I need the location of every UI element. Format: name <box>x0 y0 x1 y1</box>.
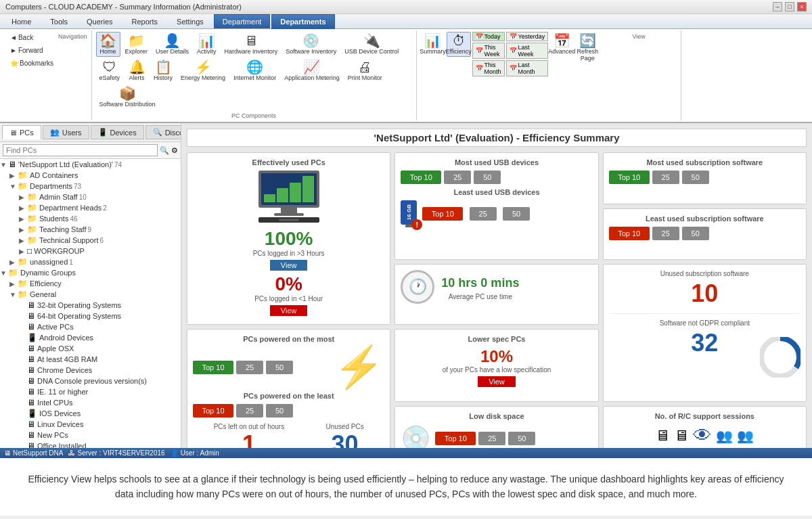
pcs-most-top10-btn[interactable]: Top 10 <box>193 361 233 374</box>
this-week-btn[interactable]: 📅 This Week <box>472 43 505 59</box>
app-metering-btn[interactable]: 📈 Application Metering <box>281 58 343 83</box>
maximize-button[interactable]: □ <box>785 2 794 12</box>
sub-most-50-btn[interactable]: 50 <box>682 171 709 184</box>
close-button[interactable]: × <box>797 2 807 12</box>
yesterday-btn[interactable]: 📅 Yesterday <box>506 32 549 41</box>
tab-settings[interactable]: Settings <box>168 14 212 28</box>
tree-item-office[interactable]: 🖥 Office Installed <box>0 441 181 448</box>
tree-root[interactable]: ▼ 🖥 'NetSupport Ltd (Evaluation)' 74 <box>0 159 181 170</box>
sidebar-tab-pcs[interactable]: 🖥 PCs <box>2 125 41 139</box>
tree-item-workgroup[interactable]: ▶ □ WORKGROUP <box>0 246 181 256</box>
sub-most-25-btn[interactable]: 25 <box>652 171 679 184</box>
pcs-least-top10-btn[interactable]: Top 10 <box>193 404 233 418</box>
tab-reports[interactable]: Reports <box>123 14 167 28</box>
pcs-most-25-btn[interactable]: 25 <box>236 361 263 374</box>
usb-least-25-btn[interactable]: 25 <box>470 207 497 221</box>
panel-sub-least: Least used subscription software Top 10 … <box>603 208 807 261</box>
tree-item-technical[interactable]: ▶ 📁 Technical Support 6 <box>0 235 181 246</box>
pcs-most-50-btn[interactable]: 50 <box>266 361 293 374</box>
tree-item-unassigned[interactable]: ▶ 📁 unassigned 1 <box>0 256 181 267</box>
search-icon[interactable]: 🔍 <box>160 146 169 155</box>
tree-item-dept-heads[interactable]: ▶ 📁 Department Heads 2 <box>0 202 181 213</box>
tab-tools[interactable]: Tools <box>41 14 76 28</box>
usb-most-top10-btn[interactable]: Top 10 <box>401 171 441 184</box>
pcs-least-25-btn[interactable]: 25 <box>236 404 263 418</box>
last-week-btn[interactable]: 📅 Last Week <box>506 43 549 59</box>
user-details-btn[interactable]: 👤 User Details <box>152 32 192 57</box>
tree-item-departments[interactable]: ▼ 📁 Departments 73 <box>0 181 181 191</box>
pcs-out-label: PCs left on out of hours <box>214 423 285 430</box>
tree-item-dynamic[interactable]: ▼ 📁 Dynamic Groups <box>0 267 181 278</box>
software-btn[interactable]: 💿 Software Inventory <box>282 32 340 57</box>
usb-least-50-btn[interactable]: 50 <box>503 207 530 221</box>
tree-item-general[interactable]: ▼ 📁 General <box>0 289 181 300</box>
tree-item-students[interactable]: ▶ 📁 Students 46 <box>0 213 181 224</box>
tree-item-intel[interactable]: 🖥 Intel CPUs <box>0 397 181 408</box>
sub-least-50-btn[interactable]: 50 <box>682 227 709 240</box>
tree-item-apple[interactable]: 🖥 Apple OSX <box>0 343 181 354</box>
search-options-icon[interactable]: ⚙ <box>171 146 178 155</box>
tab-queries[interactable]: Queries <box>78 14 122 28</box>
tree-item-active[interactable]: 🖥 Active PCs <box>0 321 181 332</box>
back-button[interactable]: ◄ Back <box>7 32 57 43</box>
teaching-count: 9 <box>88 226 92 233</box>
sub-least-top10-btn[interactable]: Top 10 <box>609 227 650 240</box>
alerts-btn[interactable]: 🔔 Alerts <box>125 58 149 83</box>
energy-btn[interactable]: ⚡ Energy Metering <box>177 58 229 83</box>
tree-item-linux[interactable]: 🖥 Linux Devices <box>0 419 181 430</box>
esafety-btn[interactable]: 🛡 eSafety <box>96 58 124 83</box>
disk-50-btn[interactable]: 50 <box>508 432 535 445</box>
advanced-btn[interactable]: 📅 Advanced <box>549 32 574 57</box>
refresh-btn[interactable]: 🔄 Refresh Page <box>575 32 600 64</box>
pcs-least-50-btn[interactable]: 50 <box>266 404 293 418</box>
software-dist-btn[interactable]: 📦 Software Distribution <box>96 85 159 110</box>
activity-btn[interactable]: 📊 Activity <box>194 32 220 57</box>
tree-item-chrome[interactable]: 🖥 Chrome Devices <box>0 365 181 376</box>
last-month-btn[interactable]: 📅 Last Month <box>506 60 549 76</box>
internet-btn[interactable]: 🌐 Internet Monitor <box>230 58 279 83</box>
disk-25-btn[interactable]: 25 <box>478 432 505 445</box>
tree-item-64bit[interactable]: 🖥 64-bit Operating Systems <box>0 311 181 321</box>
tree-item-dna[interactable]: 🖥 DNA Console previous version(s) <box>0 376 181 386</box>
tree-item-new-pcs[interactable]: 🖥 New PCs <box>0 430 181 441</box>
tree-item-efficiency[interactable]: ▶ 📁 Efficiency <box>0 278 181 289</box>
minimize-button[interactable]: – <box>773 2 782 12</box>
bookmarks-button[interactable]: ⭐ Bookmarks <box>7 58 57 69</box>
usb-device-btn[interactable]: 🔌 USB Device Control <box>341 32 402 57</box>
tree-item-ie[interactable]: 🖥 IE. 11 or higher <box>0 386 181 397</box>
view-btn-red[interactable]: View <box>270 305 308 316</box>
explorer-btn[interactable]: 📁 Explorer <box>122 32 152 57</box>
sub-least-25-btn[interactable]: 25 <box>652 227 679 240</box>
usb-most-25-btn[interactable]: 25 <box>444 171 471 184</box>
summary-btn[interactable]: 📊 Summary <box>421 32 445 57</box>
disk-top10-btn[interactable]: Top 10 <box>435 432 476 445</box>
usb-least-top10-btn[interactable]: Top 10 <box>422 207 463 221</box>
this-month-btn[interactable]: 📅 This Month <box>472 60 505 76</box>
tab-departments[interactable]: Departments <box>271 14 334 29</box>
lowspec-view-btn[interactable]: View <box>478 376 516 387</box>
forward-button[interactable]: ► Forward <box>7 45 57 56</box>
tab-home[interactable]: Home <box>3 14 40 28</box>
sidebar-tab-devices[interactable]: 📱 Devices <box>91 125 144 139</box>
efficiency-btn[interactable]: ⏱ Efficiency <box>447 32 471 57</box>
tree-item-ram[interactable]: 🖥 At least 4GB RAM <box>0 354 181 365</box>
tree-item-32bit[interactable]: 🖥 32-bit Operating Systems <box>0 300 181 311</box>
home-btn[interactable]: 🏠 Home <box>96 32 120 57</box>
tree-item-android[interactable]: 📱 Android Devices <box>0 332 181 343</box>
tab-department[interactable]: Department <box>214 14 270 28</box>
print-btn[interactable]: 🖨 Print Monitor <box>344 58 386 83</box>
today-btn[interactable]: 📅 Today <box>472 32 505 41</box>
tree-item-teaching[interactable]: ▶ 📁 Teaching Staff 9 <box>0 224 181 235</box>
tree-item-ios[interactable]: 📱 IOS Devices <box>0 408 181 419</box>
search-input[interactable] <box>3 144 158 156</box>
title-bar: Computers - CLOUD ACADEMY - Summary Info… <box>0 0 812 14</box>
sidebar-tab-users[interactable]: 👥 Users <box>43 125 89 139</box>
tree-item-ad[interactable]: ▶ 📁 AD Containers <box>0 170 181 181</box>
history-btn[interactable]: 📋 History <box>150 58 176 83</box>
view-btn-green[interactable]: View <box>270 260 308 271</box>
usb-most-50-btn[interactable]: 50 <box>474 171 501 184</box>
sub-most-top10-btn[interactable]: Top 10 <box>609 171 650 184</box>
sidebar-tab-discovered[interactable]: 🔍 Discovered <box>145 125 181 139</box>
hardware-btn[interactable]: 🖥 Hardware Inventory <box>221 32 281 57</box>
tree-item-admin[interactable]: ▶ 📁 Admin Staff 10 <box>0 191 181 202</box>
